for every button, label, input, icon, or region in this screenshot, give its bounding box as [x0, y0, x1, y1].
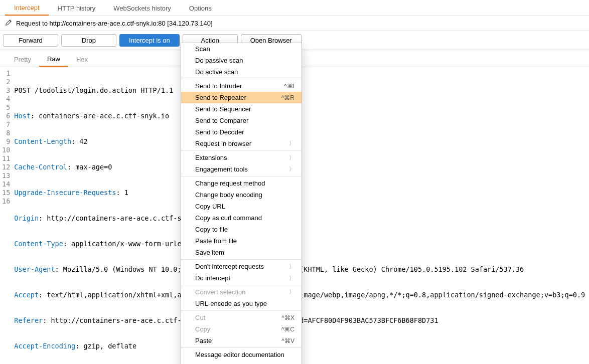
- action-context-menu: Scan Do passive scan Do active scan Send…: [181, 43, 302, 364]
- view-tab-pretty[interactable]: Pretty: [6, 54, 39, 66]
- menu-cut: Cut^⌘X: [181, 312, 302, 323]
- chevron-right-icon: 〉: [289, 140, 294, 147]
- forward-button[interactable]: Forward: [3, 34, 58, 47]
- menu-dont-intercept-requests[interactable]: Don't intercept requests〉: [181, 261, 302, 272]
- menu-do-intercept[interactable]: Do intercept〉: [181, 272, 302, 284]
- menu-change-request-method[interactable]: Change request method: [181, 177, 302, 189]
- view-tab-raw[interactable]: Raw: [39, 53, 68, 67]
- menu-message-editor-docs[interactable]: Message editor documentation: [181, 349, 302, 360]
- top-tabs: Intercept HTTP history WebSockets histor…: [0, 0, 589, 16]
- menu-url-encode-as-type[interactable]: URL-encode as you type: [181, 298, 302, 309]
- menu-request-in-browser[interactable]: Request in browser〉: [181, 138, 302, 149]
- edit-icon: [4, 19, 13, 28]
- menu-send-to-repeater[interactable]: Send to Repeater^⌘R: [181, 92, 302, 103]
- tab-intercept[interactable]: Intercept: [5, 2, 49, 16]
- chevron-right-icon: 〉: [289, 165, 294, 173]
- menu-extensions[interactable]: Extensions〉: [181, 152, 302, 163]
- chevron-right-icon: 〉: [289, 288, 294, 296]
- chevron-right-icon: 〉: [289, 274, 294, 282]
- menu-save-item[interactable]: Save item: [181, 247, 302, 258]
- request-target-label: Request to http://containers-are-ace.c.c…: [13, 20, 213, 27]
- menu-copy-to-file[interactable]: Copy to file: [181, 224, 302, 235]
- request-info-row: Request to http://containers-are-ace.c.c…: [0, 16, 589, 31]
- intercept-toggle-button[interactable]: Intercept is on: [119, 34, 180, 47]
- menu-do-active-scan[interactable]: Do active scan: [181, 66, 302, 78]
- menu-engagement-tools[interactable]: Engagement tools〉: [181, 163, 302, 175]
- chevron-right-icon: 〉: [289, 154, 294, 161]
- chevron-right-icon: 〉: [289, 263, 294, 270]
- menu-paste-from-file[interactable]: Paste from file: [181, 235, 302, 247]
- menu-copy: Copy^⌘C: [181, 323, 302, 335]
- menu-copy-url[interactable]: Copy URL: [181, 201, 302, 212]
- menu-paste[interactable]: Paste^⌘V: [181, 335, 302, 346]
- tab-websockets-history[interactable]: WebSockets history: [104, 3, 180, 15]
- menu-copy-as-curl[interactable]: Copy as curl command: [181, 212, 302, 224]
- tab-http-history[interactable]: HTTP history: [49, 3, 105, 15]
- menu-convert-selection: Convert selection〉: [181, 286, 302, 298]
- menu-do-passive-scan[interactable]: Do passive scan: [181, 55, 302, 66]
- menu-send-to-decoder[interactable]: Send to Decoder: [181, 126, 302, 138]
- menu-change-body-encoding[interactable]: Change body encoding: [181, 189, 302, 201]
- menu-send-to-comparer[interactable]: Send to Comparer: [181, 115, 302, 126]
- view-tab-hex[interactable]: Hex: [68, 54, 96, 66]
- line-gutter: 12345678910111213141516: [0, 67, 13, 364]
- menu-send-to-sequencer[interactable]: Send to Sequencer: [181, 103, 302, 115]
- menu-scan[interactable]: Scan: [181, 43, 302, 55]
- menu-proxy-interception-docs[interactable]: Proxy interception documentation: [181, 360, 302, 364]
- menu-send-to-intruder[interactable]: Send to Intruder^⌘I: [181, 80, 302, 92]
- drop-button[interactable]: Drop: [61, 34, 116, 47]
- tab-options[interactable]: Options: [180, 3, 221, 15]
